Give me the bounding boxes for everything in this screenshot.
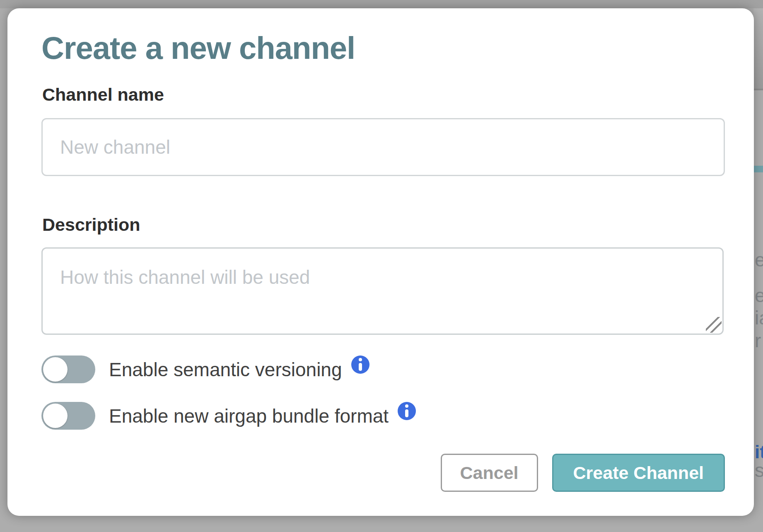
background-header-gradient	[753, 8, 763, 89]
description-field-wrap	[41, 247, 724, 335]
toggle-knob	[43, 357, 68, 382]
semantic-versioning-label: Enable semantic versioning	[109, 358, 342, 381]
background-top-band	[0, 0, 763, 8]
airgap-bundle-toggle[interactable]	[41, 402, 95, 430]
toggle-knob	[43, 404, 68, 428]
channel-name-input[interactable]	[41, 118, 725, 176]
background-teal-bar	[753, 166, 763, 172]
background-header-divider	[753, 89, 763, 90]
background-clipped-text: ia	[755, 307, 763, 329]
background-clipped-text: s	[755, 459, 763, 481]
create-channel-button[interactable]: Create Channel	[552, 454, 725, 492]
semantic-versioning-row: Enable semantic versioning	[41, 355, 369, 383]
info-icon[interactable]	[351, 355, 369, 374]
airgap-bundle-label: Enable new airgap bundle format	[109, 405, 389, 427]
modal-title: Create a new channel	[41, 30, 355, 66]
semantic-versioning-toggle[interactable]	[41, 355, 95, 383]
cancel-button[interactable]: Cancel	[441, 454, 538, 492]
channel-name-label: Channel name	[42, 85, 164, 105]
background-clipped-text: e	[755, 284, 763, 307]
description-textarea[interactable]	[41, 247, 724, 335]
background-clipped-text: e	[755, 249, 763, 271]
modal-footer-buttons: Cancel Create Channel	[441, 454, 725, 492]
create-channel-modal: Create a new channel Channel name Descri…	[7, 8, 754, 516]
description-label: Description	[42, 215, 140, 235]
background-clipped-text: r	[755, 329, 761, 352]
info-icon[interactable]	[398, 402, 416, 420]
airgap-bundle-row: Enable new airgap bundle format	[41, 402, 416, 430]
